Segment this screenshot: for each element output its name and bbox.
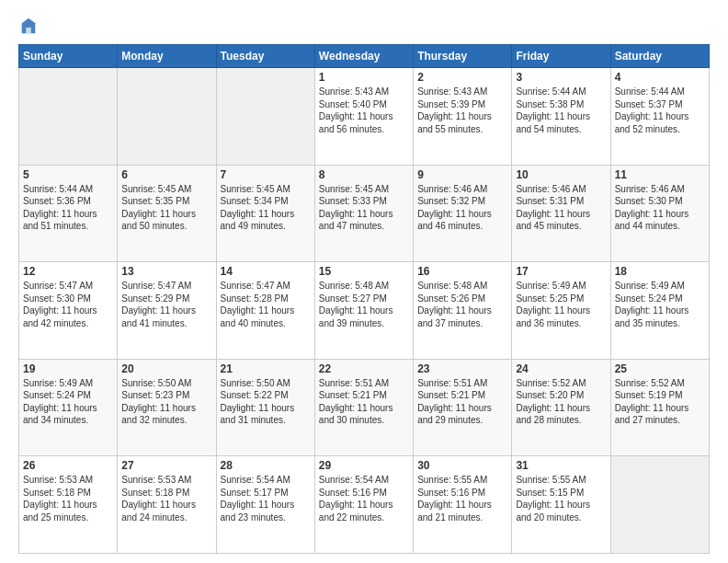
calendar-cell: 29Sunrise: 5:54 AMSunset: 5:16 PMDayligh… [314, 456, 413, 554]
weekday-header-friday: Friday [512, 45, 610, 68]
calendar-cell: 10Sunrise: 5:46 AMSunset: 5:31 PMDayligh… [512, 165, 610, 262]
daylight-hours: Daylight: 11 hours [417, 111, 492, 121]
calendar-cell: 31Sunrise: 5:55 AMSunset: 5:15 PMDayligh… [512, 456, 610, 554]
cell-info: Sunrise: 5:51 AMSunset: 5:21 PMDaylight:… [319, 377, 409, 427]
svg-rect-2 [26, 28, 31, 33]
cell-info: Sunrise: 5:49 AMSunset: 5:24 PMDaylight:… [615, 280, 705, 329]
daylight-hours: Daylight: 11 hours [615, 209, 689, 219]
day-number: 25 [615, 362, 705, 375]
weekday-header-monday: Monday [118, 45, 216, 68]
daylight-hours: Daylight: 11 hours [417, 209, 492, 219]
cell-info: Sunrise: 5:47 AMSunset: 5:30 PMDaylight:… [23, 280, 113, 329]
logo-icon [18, 17, 39, 37]
daylight-hours: Daylight: 11 hours [516, 209, 590, 219]
daylight-hours: Daylight: 11 hours [319, 111, 393, 121]
calendar-cell: 1Sunrise: 5:43 AMSunset: 5:40 PMDaylight… [314, 68, 413, 166]
calendar-cell [216, 68, 314, 166]
daylight-hours: Daylight: 11 hours [615, 403, 689, 413]
daylight-hours: Daylight: 11 hours [121, 209, 196, 219]
calendar-cell: 8Sunrise: 5:45 AMSunset: 5:33 PMDaylight… [314, 165, 413, 262]
cell-info: Sunrise: 5:45 AMSunset: 5:34 PMDaylight:… [221, 183, 311, 233]
cell-info: Sunrise: 5:53 AMSunset: 5:18 PMDaylight:… [121, 474, 211, 523]
calendar-cell: 7Sunrise: 5:45 AMSunset: 5:34 PMDaylight… [216, 165, 314, 262]
week-row-1: 1Sunrise: 5:43 AMSunset: 5:40 PMDaylight… [19, 68, 710, 166]
week-row-4: 19Sunrise: 5:49 AMSunset: 5:24 PMDayligh… [19, 359, 710, 456]
daylight-hours: Daylight: 11 hours [319, 403, 393, 413]
daylight-hours: Daylight: 11 hours [417, 500, 492, 510]
calendar-table: SundayMondayTuesdayWednesdayThursdayFrid… [18, 44, 710, 554]
cell-info: Sunrise: 5:47 AMSunset: 5:28 PMDaylight:… [221, 280, 311, 329]
cell-info: Sunrise: 5:49 AMSunset: 5:25 PMDaylight:… [516, 280, 606, 329]
cell-info: Sunrise: 5:43 AMSunset: 5:39 PMDaylight:… [417, 86, 507, 135]
day-number: 15 [319, 265, 409, 278]
day-number: 20 [121, 362, 211, 375]
calendar-cell: 24Sunrise: 5:52 AMSunset: 5:20 PMDayligh… [512, 359, 610, 456]
cell-info: Sunrise: 5:46 AMSunset: 5:30 PMDaylight:… [615, 183, 705, 233]
daylight-hours: Daylight: 11 hours [615, 305, 689, 316]
week-row-5: 26Sunrise: 5:53 AMSunset: 5:18 PMDayligh… [19, 456, 710, 554]
cell-info: Sunrise: 5:48 AMSunset: 5:27 PMDaylight:… [319, 280, 409, 329]
daylight-hours: Daylight: 11 hours [121, 305, 196, 316]
calendar-cell: 15Sunrise: 5:48 AMSunset: 5:27 PMDayligh… [314, 262, 413, 360]
day-number: 24 [516, 362, 606, 375]
day-number: 16 [417, 265, 507, 278]
day-number: 4 [615, 71, 705, 84]
day-number: 19 [23, 362, 113, 375]
daylight-hours: Daylight: 11 hours [221, 403, 295, 413]
day-number: 7 [221, 168, 311, 181]
weekday-header-tuesday: Tuesday [216, 45, 314, 68]
daylight-hours: Daylight: 11 hours [23, 209, 97, 219]
day-number: 28 [221, 459, 311, 472]
daylight-hours: Daylight: 11 hours [615, 111, 689, 121]
calendar-cell: 20Sunrise: 5:50 AMSunset: 5:23 PMDayligh… [118, 359, 216, 456]
cell-info: Sunrise: 5:46 AMSunset: 5:32 PMDaylight:… [417, 183, 507, 233]
daylight-hours: Daylight: 11 hours [121, 403, 196, 413]
cell-info: Sunrise: 5:53 AMSunset: 5:18 PMDaylight:… [23, 474, 113, 523]
calendar-cell: 13Sunrise: 5:47 AMSunset: 5:29 PMDayligh… [118, 262, 216, 360]
day-number: 9 [417, 168, 507, 181]
daylight-hours: Daylight: 11 hours [516, 403, 590, 413]
calendar-cell: 19Sunrise: 5:49 AMSunset: 5:24 PMDayligh… [19, 359, 118, 456]
cell-info: Sunrise: 5:54 AMSunset: 5:16 PMDaylight:… [319, 474, 409, 523]
calendar-cell: 18Sunrise: 5:49 AMSunset: 5:24 PMDayligh… [610, 262, 709, 360]
weekday-header-thursday: Thursday [414, 45, 512, 68]
calendar-cell: 27Sunrise: 5:53 AMSunset: 5:18 PMDayligh… [118, 456, 216, 554]
calendar-cell: 2Sunrise: 5:43 AMSunset: 5:39 PMDaylight… [414, 68, 512, 166]
calendar-cell: 14Sunrise: 5:47 AMSunset: 5:28 PMDayligh… [216, 262, 314, 360]
calendar-cell: 21Sunrise: 5:50 AMSunset: 5:22 PMDayligh… [216, 359, 314, 456]
day-number: 6 [121, 168, 211, 181]
daylight-hours: Daylight: 11 hours [221, 500, 295, 510]
calendar-cell: 16Sunrise: 5:48 AMSunset: 5:26 PMDayligh… [414, 262, 512, 360]
day-number: 23 [417, 362, 507, 375]
daylight-hours: Daylight: 11 hours [319, 209, 393, 219]
cell-info: Sunrise: 5:54 AMSunset: 5:17 PMDaylight:… [221, 474, 311, 523]
calendar-cell: 4Sunrise: 5:44 AMSunset: 5:37 PMDaylight… [610, 68, 709, 166]
calendar-cell: 26Sunrise: 5:53 AMSunset: 5:18 PMDayligh… [19, 456, 118, 554]
daylight-hours: Daylight: 11 hours [417, 403, 492, 413]
cell-info: Sunrise: 5:44 AMSunset: 5:37 PMDaylight:… [615, 86, 705, 135]
header [18, 17, 710, 37]
day-number: 1 [319, 71, 409, 84]
day-number: 31 [516, 459, 606, 472]
cell-info: Sunrise: 5:55 AMSunset: 5:15 PMDaylight:… [516, 474, 606, 523]
day-number: 5 [23, 168, 113, 181]
calendar-cell: 11Sunrise: 5:46 AMSunset: 5:30 PMDayligh… [610, 165, 709, 262]
cell-info: Sunrise: 5:44 AMSunset: 5:36 PMDaylight:… [23, 183, 113, 233]
weekday-header-saturday: Saturday [610, 45, 709, 68]
daylight-hours: Daylight: 11 hours [319, 500, 393, 510]
day-number: 26 [23, 459, 113, 472]
calendar-cell [118, 68, 216, 166]
day-number: 2 [417, 71, 507, 84]
cell-info: Sunrise: 5:45 AMSunset: 5:35 PMDaylight:… [121, 183, 211, 233]
cell-info: Sunrise: 5:49 AMSunset: 5:24 PMDaylight:… [23, 377, 113, 427]
daylight-hours: Daylight: 11 hours [23, 500, 97, 510]
calendar-cell: 9Sunrise: 5:46 AMSunset: 5:32 PMDaylight… [414, 165, 512, 262]
week-row-3: 12Sunrise: 5:47 AMSunset: 5:30 PMDayligh… [19, 262, 710, 360]
day-number: 27 [121, 459, 211, 472]
daylight-hours: Daylight: 11 hours [121, 500, 196, 510]
cell-info: Sunrise: 5:43 AMSunset: 5:40 PMDaylight:… [319, 86, 409, 135]
daylight-hours: Daylight: 11 hours [221, 305, 295, 316]
day-number: 29 [319, 459, 409, 472]
calendar-cell: 28Sunrise: 5:54 AMSunset: 5:17 PMDayligh… [216, 456, 314, 554]
cell-info: Sunrise: 5:55 AMSunset: 5:16 PMDaylight:… [417, 474, 507, 523]
